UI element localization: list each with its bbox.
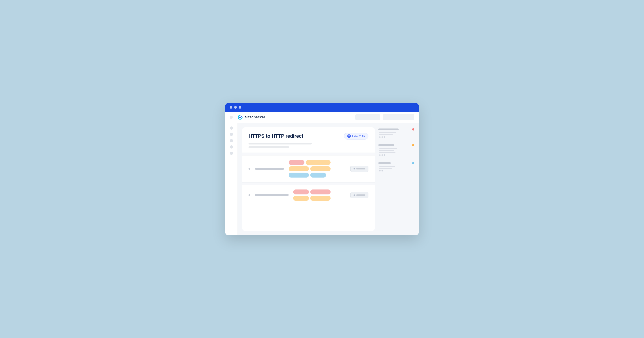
table-header-bg [242,153,375,156]
nav-pill-2[interactable] [383,114,414,120]
rs-mini-bar-1b [379,134,393,135]
tag-orange-1 [306,160,330,165]
tag-blue-2 [310,172,326,177]
rs-tiny-dot-3a [379,170,380,171]
rs-tiny-dot-1a [379,136,380,138]
row-tags-2 [293,189,346,201]
table-row [242,156,375,182]
traffic-light-2 [234,106,237,109]
rs-bar-2 [378,144,394,146]
rs-tiny-dot-1c [384,136,385,138]
rs-tiny-dot-2b [382,154,383,156]
row-action-1[interactable] [350,166,368,172]
rs-row-1 [378,128,414,131]
left-sidebar [225,123,238,235]
traffic-light-1 [230,106,232,109]
sidebar-nav-item-5[interactable] [230,152,233,155]
row-action-2[interactable] [350,192,368,198]
browser-titlebar [225,103,419,112]
tag-pink-2 [293,189,309,194]
table-separator-bg [242,182,375,185]
rs-tiny-dot-3b [382,170,383,171]
tag-orange-4 [293,196,309,201]
tag-blue-1 [289,172,309,177]
tag-orange-3 [310,166,330,171]
rs-mini-bar-2b [379,150,394,151]
rs-dot-red-1 [412,128,414,131]
browser-window: Sitechecker HTTPS to HTTP redirect [225,103,419,235]
card-container: HTTPS to HTTP redirect ? How to fix [242,127,375,231]
action-bar-1 [356,168,365,169]
card-subtitle-bar-2 [248,146,289,148]
rs-mini-bar-2a [379,148,397,149]
nav-pill-1[interactable] [355,114,380,120]
row-icon-1 [248,168,250,170]
nav-back-circle [230,116,233,119]
row-tags-1 [289,160,346,177]
tag-pink-1 [289,160,304,165]
sidebar-nav-item-4[interactable] [230,145,233,149]
sidebar-nav-item-2[interactable] [230,133,233,136]
sidebar-nav-item-3[interactable] [230,139,233,142]
browser-navbar: Sitechecker [225,112,419,123]
row-label-2 [255,194,289,196]
table-row-2 [242,185,375,205]
how-to-fix-icon: ? [347,134,351,138]
rs-mini-bar-3b [379,168,392,169]
rs-dot-blue-1 [412,162,414,164]
action-dot-2 [354,194,355,196]
browser-content: HTTPS to HTTP redirect ? How to fix [225,123,419,235]
main-area: HTTPS to HTTP redirect ? How to fix [238,123,419,235]
rs-mini-bar-1a [379,132,396,133]
tag-orange-2 [289,166,309,171]
rs-section-gap-2 [378,159,414,161]
tag-orange-5 [310,196,330,201]
card-subtitle-bar-1 [248,143,312,145]
logo-text: Sitechecker [245,115,265,119]
rs-row-3 [378,162,414,164]
rs-tiny-dot-2c [384,154,385,156]
how-to-fix-button[interactable]: ? How to fix [344,133,368,140]
rs-bar-1 [378,129,398,130]
card-title: HTTPS to HTTP redirect [248,133,303,139]
tag-pink-3 [310,189,330,194]
how-to-fix-text: How to fix [352,134,365,138]
logo-icon [237,114,243,120]
action-bar-2 [356,194,365,196]
rs-dot-orange-1 [412,144,414,146]
rs-mini-bar-3a [379,166,395,167]
rs-section-gap-1 [378,141,414,143]
rs-mini-bar-2c [379,152,396,153]
rs-tiny-dot-1b [382,136,383,138]
rs-bar-3 [378,162,391,164]
rs-row-2 [378,144,414,146]
row-icon-2 [248,194,250,196]
card-header: HTTPS to HTTP redirect ? How to fix [242,127,375,153]
traffic-light-3 [239,106,241,109]
main-card: HTTPS to HTTP redirect ? How to fix [242,127,375,231]
card-title-row: HTTPS to HTTP redirect ? How to fix [248,133,368,140]
right-sidebar [378,127,414,231]
rs-tiny-dot-2a [379,154,380,156]
sidebar-nav-item-1[interactable] [230,127,233,130]
action-dot-1 [354,168,355,169]
row-label-1 [255,168,284,170]
